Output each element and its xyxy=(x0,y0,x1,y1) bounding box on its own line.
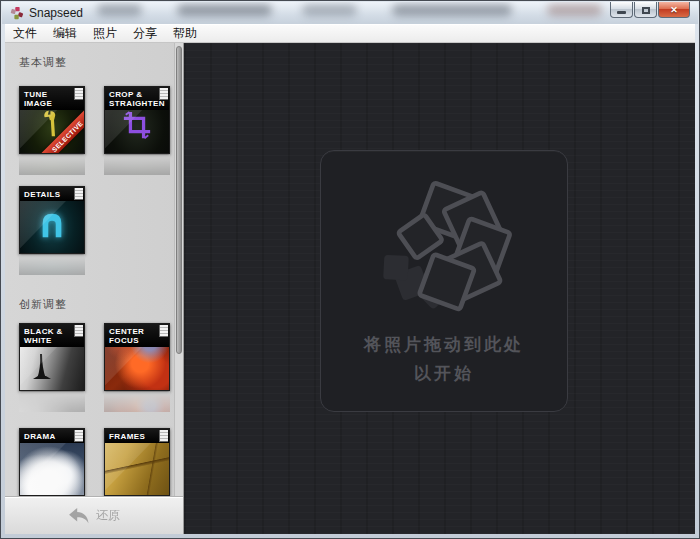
minimize-button[interactable] xyxy=(610,2,633,18)
glass-blur-decoration xyxy=(392,4,512,16)
menu-bar: 文件 编辑 照片 分享 帮助 xyxy=(5,24,695,43)
menu-edit[interactable]: 编辑 xyxy=(45,24,85,43)
tool-tile-tune-image[interactable]: TUNE IMAGE SELECTIVE xyxy=(19,86,85,154)
tool-tile-crop-straighten[interactable]: CROP & STRAIGHTEN xyxy=(104,86,170,154)
snapseed-logo-icon xyxy=(10,6,24,20)
page-curl-icon xyxy=(74,430,83,442)
titlebar[interactable]: Snapseed ✕ xyxy=(2,2,698,24)
minimize-icon xyxy=(617,11,626,14)
page-curl-icon xyxy=(74,88,83,100)
tile-reflection xyxy=(104,155,170,175)
close-icon: ✕ xyxy=(670,5,678,15)
photo-drop-zone[interactable]: 将照片拖动到此处 以开始 xyxy=(320,150,568,412)
glass-blur-decoration xyxy=(177,4,272,16)
tool-tile-drama[interactable]: DRAMA xyxy=(19,428,85,496)
maximize-button[interactable] xyxy=(634,2,657,18)
undo-arrow-icon xyxy=(68,507,90,525)
section-creative-adjustments: 创新调整 xyxy=(19,297,67,312)
tool-tile-frames[interactable]: FRAMES xyxy=(104,428,170,496)
section-basic-adjustments: 基本调整 xyxy=(19,55,67,70)
menu-share[interactable]: 分享 xyxy=(125,24,165,43)
editor-canvas: 将照片拖动到此处 以开始 xyxy=(184,43,695,534)
sidebar-scrollbar[interactable] xyxy=(174,43,183,496)
menu-file[interactable]: 文件 xyxy=(5,24,45,43)
menu-help[interactable]: 帮助 xyxy=(165,24,205,43)
page-curl-icon xyxy=(159,430,168,442)
dropzone-text-line1: 将照片拖动到此处 xyxy=(321,333,567,356)
scrollbar-thumb[interactable] xyxy=(176,46,182,354)
window-title: Snapseed xyxy=(29,6,83,20)
close-button[interactable]: ✕ xyxy=(658,2,690,18)
glass-blur-decoration xyxy=(97,4,142,16)
tool-tile-center-focus[interactable]: CENTER FOCUS xyxy=(104,323,170,391)
page-curl-icon xyxy=(74,325,83,337)
tile-reflection xyxy=(19,255,85,275)
tile-reflection xyxy=(19,155,85,175)
menu-photo[interactable]: 照片 xyxy=(85,24,125,43)
tile-reflection xyxy=(104,392,170,412)
footer-bar: 还原 xyxy=(5,496,183,534)
snapseed-window: Snapseed ✕ 文件 编辑 照片 分享 帮助 基本调整 xyxy=(0,0,700,539)
page-curl-icon xyxy=(159,325,168,337)
snapseed-pinwheel-logo xyxy=(360,167,528,327)
glass-blur-decoration xyxy=(547,4,602,16)
page-curl-icon xyxy=(159,88,168,100)
page-curl-icon xyxy=(74,188,83,200)
tool-tile-details[interactable]: DETAILS xyxy=(19,186,85,254)
maximize-icon xyxy=(642,7,650,14)
tool-tile-black-white[interactable]: BLACK & WHITE xyxy=(19,323,85,391)
dropzone-text-line2: 以开始 xyxy=(321,362,567,385)
tile-reflection xyxy=(19,392,85,412)
revert-label: 还原 xyxy=(96,507,120,524)
glass-blur-decoration xyxy=(302,4,357,16)
revert-button[interactable]: 还原 xyxy=(68,507,120,525)
tools-sidebar: 基本调整 TUNE IMAGE SELECTIVE xyxy=(5,43,184,534)
